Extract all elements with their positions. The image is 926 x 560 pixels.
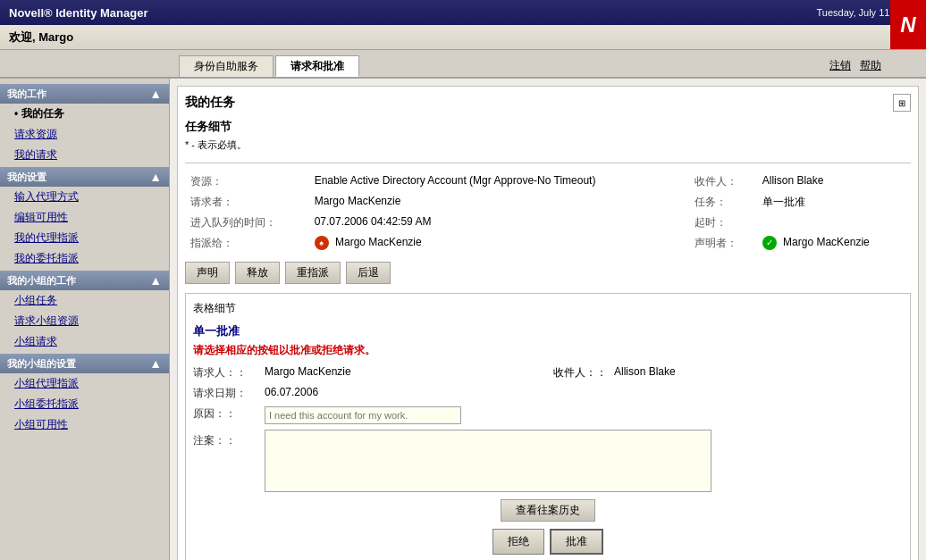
- task-value: 单一批准: [759, 193, 909, 212]
- my-tasks-panel: 我的任务 ⊞ 任务细节 * - 表示必填。 资源： Enable Active …: [177, 86, 919, 560]
- due-time-value: [759, 213, 909, 232]
- reject-button[interactable]: 拒绝: [492, 529, 544, 555]
- form-requester-value: Margo MacKenzie: [265, 365, 553, 380]
- sidebar-item-group-tasks[interactable]: 小组任务: [0, 290, 169, 311]
- logout-link[interactable]: 注销: [829, 58, 851, 73]
- requester-label: 请求者：: [187, 193, 309, 212]
- approve-button[interactable]: 批准: [550, 529, 603, 555]
- requester-value: Margo MacKenzie: [311, 193, 668, 212]
- action-buttons: 声明 释放 重指派 后退: [185, 262, 911, 284]
- sidebar-item-edit-availability[interactable]: 编辑可用性: [0, 207, 169, 228]
- recipient-value: Allison Blake: [759, 172, 909, 191]
- recipient-label: 收件人：: [691, 172, 757, 191]
- form-reason-label: 原因：：: [193, 406, 265, 424]
- collapse-my-group-settings[interactable]: ▲: [149, 356, 162, 371]
- sidebar-item-proxy-mode[interactable]: 输入代理方式: [0, 187, 169, 207]
- sidebar-section-my-group-work: 我的小组的工作 ▲: [0, 271, 169, 290]
- form-requester-label: 请求人：：: [193, 365, 265, 380]
- sidebar-item-my-requests[interactable]: 我的请求: [0, 145, 169, 165]
- task-info-table: 资源： Enable Active Directory Account (Mgr…: [185, 171, 911, 255]
- welcome-text: 欢迎, Margo: [9, 29, 73, 46]
- form-table-title: 表格细节: [193, 301, 903, 316]
- sidebar-item-my-delegate[interactable]: 我的代理指派: [0, 228, 169, 248]
- queue-time-value: 07.07.2006 04:42:59 AM: [311, 213, 668, 232]
- sidebar-section-my-group-settings: 我的小组的设置 ▲: [0, 354, 169, 373]
- sidebar-item-group-delegate[interactable]: 小组代理指派: [0, 373, 169, 394]
- declarer-label: 声明者：: [691, 234, 757, 253]
- nav-right-links: 注销 帮助: [829, 58, 881, 73]
- sidebar-item-my-proxy[interactable]: 我的委托指派: [0, 248, 169, 269]
- nav-area: 身份自助服务 请求和批准 注销 帮助: [0, 50, 926, 79]
- tab-requests-approvals[interactable]: 请求和批准: [275, 55, 359, 77]
- content-area: 我的任务 ⊞ 任务细节 * - 表示必填。 资源： Enable Active …: [170, 79, 926, 560]
- declarer-value: ✓ Margo MacKenzie: [759, 234, 909, 253]
- single-approval-instruction: 请选择相应的按钮以批准或拒绝请求。: [193, 343, 903, 358]
- my-tasks-icon: ⊞: [893, 94, 911, 112]
- sidebar-section-my-work: 我的工作 ▲: [0, 84, 169, 104]
- single-approval-title: 单一批准: [193, 323, 903, 339]
- header-bar: Novell® Identity Manager Tuesday, July 1…: [0, 0, 926, 25]
- sidebar-item-group-proxy[interactable]: 小组委托指派: [0, 394, 169, 414]
- view-history-button[interactable]: 查看往案历史: [501, 499, 595, 522]
- queue-time-label: 进入队列的时间：: [187, 213, 309, 232]
- reason-input[interactable]: [265, 406, 461, 424]
- notes-textarea[interactable]: [265, 430, 711, 492]
- form-requester-row: 请求人：： Margo MacKenzie 收件人：： Allison Blak…: [193, 365, 903, 380]
- form-date-label: 请求日期：: [193, 386, 265, 401]
- my-tasks-title: 我的任务: [185, 95, 235, 111]
- collapse-my-settings[interactable]: ▲: [149, 170, 162, 184]
- bottom-buttons: 拒绝 批准: [193, 529, 903, 555]
- main-layout: 我的工作 ▲ 我的任务 请求资源 我的请求 我的设置 ▲ 输入代理方式 编辑可用…: [0, 79, 926, 560]
- form-recipient-value: Allison Blake: [614, 365, 903, 380]
- my-tasks-header: 我的任务 ⊞: [185, 94, 911, 112]
- assignee-icon: ♠: [315, 236, 329, 250]
- task-detail-title: 任务细节: [185, 119, 911, 135]
- collapse-my-work[interactable]: ▲: [149, 87, 162, 101]
- required-note: * - 表示必填。: [185, 138, 911, 152]
- sidebar-item-my-tasks[interactable]: 我的任务: [0, 104, 169, 124]
- resource-label: 资源：: [187, 172, 309, 191]
- reassign-button[interactable]: 重指派: [285, 262, 341, 284]
- form-table-section: 表格细节 单一批准 请选择相应的按钮以批准或拒绝请求。 请求人：： Margo …: [185, 293, 911, 560]
- app-title: Novell® Identity Manager: [9, 6, 148, 20]
- form-recipient-label: 收件人：：: [553, 365, 607, 380]
- declare-button[interactable]: 声明: [185, 262, 230, 284]
- sidebar-item-request-group-resources[interactable]: 请求小组资源: [0, 311, 169, 331]
- help-link[interactable]: 帮助: [860, 58, 881, 73]
- divider-1: [185, 163, 911, 163]
- sidebar-item-request-resources[interactable]: 请求资源: [0, 124, 169, 145]
- sidebar-item-group-availability[interactable]: 小组可用性: [0, 414, 169, 435]
- form-date-value: 06.07.2006: [265, 386, 903, 401]
- task-label: 任务：: [691, 193, 757, 212]
- tab-self-service[interactable]: 身份自助服务: [179, 55, 274, 77]
- form-date-row: 请求日期： 06.07.2006: [193, 386, 903, 401]
- sidebar-section-my-settings: 我的设置 ▲: [0, 167, 169, 187]
- release-button[interactable]: 释放: [235, 262, 280, 284]
- assigned-to-label: 指派给：: [187, 234, 309, 253]
- collapse-my-group-work[interactable]: ▲: [149, 273, 162, 288]
- form-notes-row: 注案：：: [193, 430, 903, 492]
- sidebar: 我的工作 ▲ 我的任务 请求资源 我的请求 我的设置 ▲ 输入代理方式 编辑可用…: [0, 79, 170, 560]
- app-logo: Novell® Identity Manager: [9, 6, 148, 20]
- sidebar-item-group-requests[interactable]: 小组请求: [0, 331, 169, 352]
- withdraw-button[interactable]: 后退: [346, 262, 391, 284]
- welcome-bar: 欢迎, Margo: [0, 25, 926, 50]
- resource-value: Enable Active Directory Account (Mgr App…: [311, 172, 690, 191]
- due-time-label: 起时：: [691, 213, 757, 232]
- assigned-to-value: ♠ Margo MacKenzie: [311, 234, 668, 253]
- novell-n-logo: N: [890, 0, 926, 49]
- form-notes-label: 注案：：: [193, 430, 265, 448]
- form-reason-row: 原因：：: [193, 406, 903, 424]
- check-icon: ✓: [762, 236, 777, 250]
